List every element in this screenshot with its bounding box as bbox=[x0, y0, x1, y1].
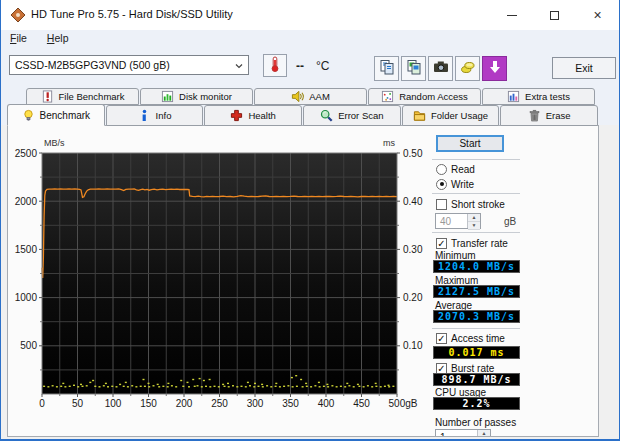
svg-text:400: 400 bbox=[318, 398, 335, 409]
separator bbox=[432, 232, 520, 233]
svg-text:2000: 2000 bbox=[15, 196, 38, 207]
svg-text:1500: 1500 bbox=[15, 244, 38, 255]
tab-label: Health bbox=[248, 110, 275, 121]
titlebar: HD Tune Pro 5.75 - Hard Disk/SSD Utility… bbox=[1, 0, 619, 30]
maximize-button[interactable] bbox=[533, 0, 576, 30]
svg-text:50: 50 bbox=[72, 398, 84, 409]
write-label: Write bbox=[451, 179, 474, 190]
tab-folder-usage[interactable]: Folder Usage bbox=[402, 105, 500, 126]
checkbox-icon: ✓ bbox=[436, 363, 447, 374]
burst-rate-label: Burst rate bbox=[451, 363, 494, 374]
screenshot-button[interactable] bbox=[428, 56, 453, 81]
app-window: HD Tune Pro 5.75 - Hard Disk/SSD Utility… bbox=[0, 0, 620, 441]
tab-health[interactable]: Health bbox=[204, 105, 302, 126]
chevron-down-icon bbox=[234, 61, 244, 71]
folder-usage-icon bbox=[413, 109, 426, 122]
close-button[interactable]: × bbox=[576, 0, 619, 30]
radio-icon bbox=[436, 179, 447, 190]
drive-select-value: CSSD-M2B5GPG3VND (500 gB) bbox=[15, 59, 170, 71]
thermometer-icon bbox=[267, 56, 283, 75]
stepper-arrows[interactable]: ▲▼ bbox=[467, 214, 480, 228]
up-arrow-icon[interactable]: ▲ bbox=[468, 214, 480, 222]
benchmark-chart: MB/sms50010001500200025000.100.200.300.4… bbox=[10, 131, 425, 414]
access-time-checkbox[interactable]: ✓ Access time bbox=[436, 332, 505, 344]
tab-file-benchmark[interactable]: File Benchmark bbox=[26, 88, 139, 105]
transfer-rate-checkbox[interactable]: ✓ Transfer rate bbox=[436, 237, 508, 249]
short-stroke-size-value: 40 bbox=[436, 214, 467, 228]
checkbox-icon: ✓ bbox=[436, 333, 447, 344]
short-stroke-checkbox[interactable]: Short stroke bbox=[436, 198, 505, 210]
svg-text:500: 500 bbox=[20, 340, 37, 351]
benchmark-page: MB/sms50010001500200025000.100.200.300.4… bbox=[7, 125, 599, 437]
menu-help[interactable]: Help bbox=[38, 30, 77, 46]
short-stroke-size-stepper[interactable]: 40 ▲▼ bbox=[435, 213, 481, 229]
close-icon: × bbox=[593, 8, 601, 22]
checkbox-icon bbox=[436, 199, 447, 210]
tab-label: Benchmark bbox=[40, 110, 91, 121]
separator bbox=[432, 328, 520, 329]
disk-monitor-icon bbox=[161, 90, 174, 103]
passes-value: 1 bbox=[436, 430, 477, 437]
tab-error-scan[interactable]: Error Scan bbox=[303, 105, 401, 126]
up-arrow-icon[interactable]: ▲ bbox=[478, 430, 490, 437]
svg-text:350: 350 bbox=[282, 398, 299, 409]
tab-label: AAM bbox=[309, 91, 330, 102]
radio-icon bbox=[436, 164, 447, 175]
checkbox-icon: ✓ bbox=[436, 238, 447, 249]
access-time-value: 0.017 ms bbox=[433, 346, 520, 359]
read-radio[interactable]: Read bbox=[436, 163, 475, 175]
copy-text-icon bbox=[379, 59, 395, 78]
copy-text-button[interactable] bbox=[374, 56, 399, 81]
tab-benchmark[interactable]: Benchmark bbox=[7, 104, 105, 126]
tab-extra-tests[interactable]: Extra tests bbox=[482, 88, 595, 105]
svg-text:0.50: 0.50 bbox=[403, 148, 423, 159]
benchmark-icon bbox=[22, 109, 35, 122]
tab-label: Folder Usage bbox=[431, 110, 488, 121]
down-arrow-icon[interactable]: ▼ bbox=[468, 222, 480, 230]
app-icon bbox=[10, 7, 26, 23]
tab-label: Random Access bbox=[399, 91, 468, 102]
drive-select[interactable]: CSSD-M2B5GPG3VND (500 gB) bbox=[9, 55, 249, 75]
separator bbox=[432, 159, 520, 160]
tab-label: File Benchmark bbox=[59, 91, 125, 102]
passes-stepper[interactable]: 1 ▲▼ bbox=[435, 429, 491, 437]
menu-file[interactable]: File bbox=[1, 30, 35, 46]
separator bbox=[432, 193, 520, 194]
burst-rate-value: 898.7 MB/s bbox=[433, 373, 520, 386]
save-button[interactable] bbox=[455, 56, 480, 81]
temperature-button[interactable] bbox=[263, 54, 287, 77]
aam-icon bbox=[291, 90, 304, 103]
start-button[interactable]: Start bbox=[436, 135, 504, 152]
tab-erase[interactable]: Erase bbox=[500, 105, 598, 126]
tab-random-access[interactable]: Random Access bbox=[368, 88, 481, 105]
svg-text:0: 0 bbox=[39, 398, 45, 409]
tab-label: Extra tests bbox=[525, 91, 570, 102]
copy-image-button[interactable] bbox=[401, 56, 426, 81]
window-controls: × bbox=[490, 0, 619, 30]
exit-button[interactable]: Exit bbox=[552, 57, 616, 79]
tab-label: Disk monitor bbox=[179, 91, 232, 102]
stepper-arrows[interactable]: ▲▼ bbox=[477, 430, 490, 437]
svg-text:0.40: 0.40 bbox=[403, 196, 423, 207]
svg-text:2500: 2500 bbox=[15, 148, 38, 159]
maximize-icon bbox=[550, 11, 559, 20]
tab-label: Erase bbox=[546, 110, 571, 121]
svg-text:0.30: 0.30 bbox=[403, 244, 423, 255]
tab-info[interactable]: Info bbox=[106, 105, 204, 126]
temperature-value: -- bbox=[296, 59, 304, 73]
access-time-label: Access time bbox=[451, 333, 505, 344]
write-radio[interactable]: Write bbox=[436, 178, 474, 190]
random-access-icon bbox=[381, 90, 394, 103]
tab-disk-monitor[interactable]: Disk monitor bbox=[140, 88, 253, 105]
tab-label: Info bbox=[156, 110, 172, 121]
tab-aam[interactable]: AAM bbox=[254, 88, 367, 105]
average-value: 2070.3 MB/s bbox=[433, 310, 520, 323]
tab-row-primary: BenchmarkInfoHealthError ScanFolder Usag… bbox=[7, 105, 599, 126]
tab-label: Error Scan bbox=[338, 110, 383, 121]
minimize-button[interactable] bbox=[490, 0, 533, 30]
passes-label: Number of passes bbox=[435, 417, 516, 428]
minimize-icon bbox=[507, 15, 517, 16]
camera-icon bbox=[433, 59, 449, 78]
transfer-rate-label: Transfer rate bbox=[451, 238, 508, 249]
download-button[interactable] bbox=[482, 56, 507, 81]
